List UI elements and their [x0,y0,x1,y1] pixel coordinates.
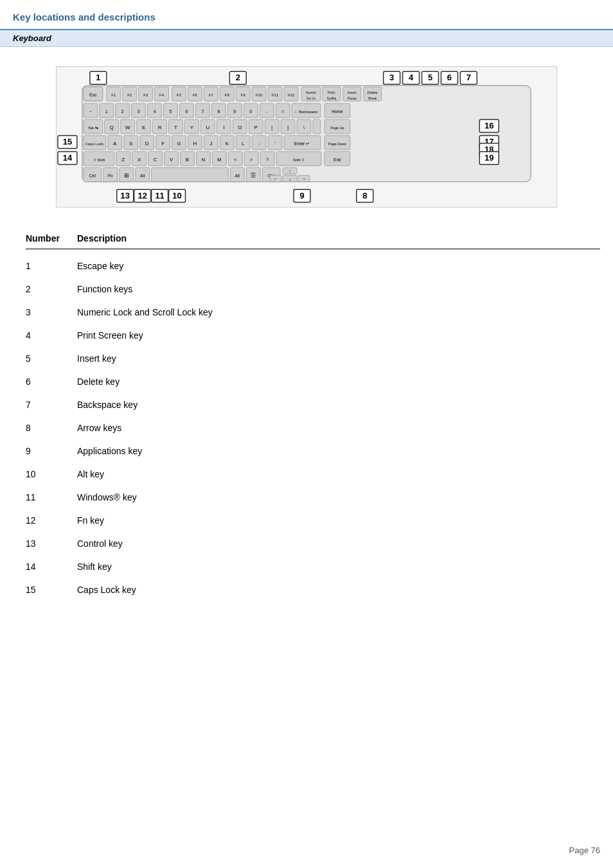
svg-text:☰: ☰ [251,172,256,179]
svg-text:<: < [234,157,236,162]
svg-text:← Backspace: ← Backspace [294,110,319,114]
svg-text:Page Up: Page Up [330,126,344,130]
col-number-header: Number [26,233,77,244]
svg-text:9: 9 [233,109,236,114]
svg-text:F7: F7 [209,93,214,97]
svg-text:↓: ↓ [289,177,290,181]
svg-text:=: = [281,109,284,114]
svg-text:?: ? [266,157,269,162]
row-number: 6 [26,376,77,387]
svg-text:12: 12 [138,191,147,200]
svg-text:Z: Z [121,157,125,163]
svg-text:M: M [217,157,222,163]
svg-text:F9: F9 [241,93,246,97]
table-row: 13Control key [26,532,600,555]
table-row: 15Caps Lock key [26,578,600,601]
table-row: 2Function keys [26,278,600,301]
svg-text:R: R [158,125,162,130]
row-description: Applications key [77,446,600,456]
svg-text:←: ← [274,177,278,181]
row-number: 13 [26,538,77,549]
svg-text:': ' [274,141,275,146]
svg-text:0: 0 [249,109,252,114]
svg-text:F10: F10 [256,93,263,97]
svg-text:14: 14 [63,153,73,163]
svg-text:⇧ Shift: ⇧ Shift [93,158,105,162]
table-row: 4Print Screen key [26,324,600,347]
svg-text:9: 9 [299,191,304,200]
svg-text:End: End [333,157,341,162]
svg-text:F1: F1 [111,93,116,97]
row-description: Print Screen key [77,330,600,341]
svg-text:K: K [226,141,229,146]
svg-text:11: 11 [155,191,164,200]
row-description: Windows® key [77,492,600,502]
keyboard-diagram-area: Esc F1 F2 F3 F4 F5 F6 F7 F8 F9 F10 F11 [0,47,613,220]
row-number: 4 [26,330,77,341]
svg-text:SysRq: SysRq [327,96,337,100]
svg-text:E: E [142,125,145,130]
svg-text:→: → [302,177,306,181]
table-row: 9Applications key [26,439,600,463]
svg-text:F12: F12 [288,93,295,97]
svg-text:1: 1 [96,73,100,82]
row-description: Backspace key [77,400,600,410]
table-row: 1Escape key [26,254,600,278]
svg-text:Caps Lock: Caps Lock [85,142,103,146]
svg-text:F8: F8 [225,93,230,97]
row-number: 2 [26,284,77,294]
keyboard-diagram: Esc F1 F2 F3 F4 F5 F6 F7 F8 F9 F10 F11 [56,66,557,208]
row-description: Escape key [77,261,600,271]
row-number: 9 [26,446,77,456]
svg-text:C: C [154,157,157,163]
svg-text:;: ; [258,141,260,146]
svg-text:P: P [254,125,258,130]
svg-text:4: 4 [409,73,414,82]
table-row: 6Delete key [26,370,600,393]
svg-text:7: 7 [466,73,471,82]
keyboard-svg: Esc F1 F2 F3 F4 F5 F6 F7 F8 F9 F10 F11 [57,66,556,208]
svg-text:[: [ [271,125,272,130]
svg-text:Shift ⇧: Shift ⇧ [293,158,305,162]
row-number: 1 [26,261,77,271]
svg-text:\: \ [303,125,305,130]
row-description: Delete key [77,376,600,387]
svg-text:2: 2 [236,73,240,82]
page-number: Page 76 [569,846,600,855]
table-row: 10Alt key [26,463,600,486]
page-title: Key locations and descriptions [13,12,600,22]
svg-text:S: S [129,141,132,146]
svg-text:6: 6 [447,73,452,82]
svg-text:10: 10 [172,191,181,200]
table-row: 3Numeric Lock and Scroll Lock key [26,301,600,324]
svg-text:G: G [177,141,181,146]
svg-text:B: B [186,157,189,163]
row-description: Function keys [77,284,600,294]
svg-text:F11: F11 [272,93,279,97]
svg-text:8: 8 [362,191,367,200]
svg-text:F3: F3 [143,93,148,97]
svg-text:Tab ↹: Tab ↹ [88,126,98,130]
row-number: 8 [26,423,77,433]
svg-text:Alt: Alt [235,173,240,178]
svg-text:Enter ↵: Enter ↵ [294,141,310,146]
svg-text:J: J [209,141,212,146]
svg-text:Fn: Fn [108,173,113,178]
row-number: 10 [26,469,77,479]
svg-text:F2: F2 [127,93,132,97]
svg-text:↑: ↑ [289,169,290,173]
key-table: Number Description 1Escape key2Function … [0,220,613,601]
table-row: 7Backspace key [26,393,600,416]
svg-text:N: N [202,157,206,163]
svg-text:⊞: ⊞ [124,172,129,179]
svg-text:19: 19 [484,153,493,163]
svg-text:A: A [113,141,117,146]
section-header: Keyboard [0,30,613,47]
svg-text:H: H [193,141,197,146]
svg-text:NumLk: NumLk [306,91,316,94]
svg-text:Insert: Insert [348,91,357,94]
table-header: Number Description [26,233,600,249]
svg-text:Ctrl: Ctrl [89,173,96,178]
svg-text:Y: Y [190,125,194,130]
svg-text:F4: F4 [159,93,164,97]
